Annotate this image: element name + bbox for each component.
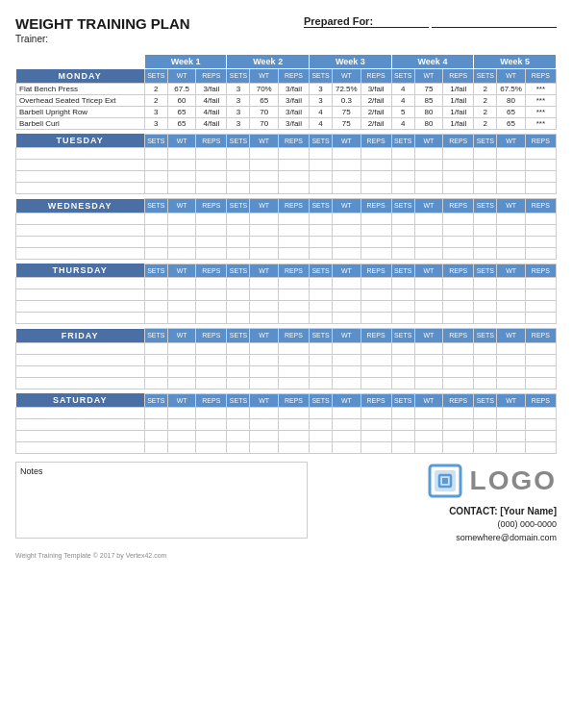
col-subhdr-wt: WT	[250, 393, 278, 408]
svg-rect-3	[442, 478, 448, 484]
cell-reps: 3/fail	[278, 117, 309, 129]
col-subhdr-sets: SETS	[391, 69, 414, 84]
empty-row	[16, 313, 557, 324]
cell-reps: ***	[525, 106, 556, 117]
col-subhdr-sets: SETS	[310, 199, 333, 213]
empty-row	[16, 183, 557, 194]
cell-wt: 67.5%	[497, 83, 525, 94]
col-subhdr-wt: WT	[167, 329, 195, 343]
exercise-name: Overhead Seated Tricep Ext	[16, 94, 145, 106]
contact-phone: (000) 000-0000	[449, 518, 557, 532]
col-subhdr-reps: REPS	[278, 69, 309, 84]
cell-wt: 65	[167, 117, 195, 129]
cell-reps: ***	[525, 83, 556, 94]
week1-header: Week 1	[144, 55, 227, 69]
cell-wt: 65	[497, 117, 525, 129]
col-subhdr-reps: REPS	[443, 69, 474, 84]
cell-sets: 4	[310, 117, 333, 129]
col-subhdr-reps: REPS	[278, 199, 309, 213]
logo-area: LOGO	[426, 462, 557, 500]
empty-row	[16, 289, 557, 301]
cell-sets: 4	[391, 117, 414, 129]
col-subhdr-sets: SETS	[144, 69, 167, 84]
cell-reps: 4/fail	[196, 117, 227, 129]
bottom-section: Notes LOGO CONTACT: [Your Name] (000) 00…	[15, 462, 557, 544]
col-subhdr-wt: WT	[497, 264, 525, 278]
col-subhdr-reps: REPS	[196, 69, 227, 84]
col-subhdr-wt: WT	[167, 199, 195, 213]
col-subhdr-reps: REPS	[525, 199, 556, 213]
col-subhdr-wt: WT	[167, 264, 195, 278]
day-label-monday: MONDAY	[16, 69, 145, 84]
col-subhdr-reps: REPS	[278, 134, 309, 148]
day-header-saturday: SATURDAYSETSWTREPSSETSWTREPSSETSWTREPSSE…	[16, 393, 557, 408]
cell-wt: 80	[414, 106, 442, 117]
cell-reps: 4/fail	[196, 94, 227, 106]
logo-text: LOGO	[470, 465, 557, 496]
day-label-wednesday: WEDNESDAY	[16, 199, 145, 213]
day-label-thursday: THURSDAY	[16, 264, 145, 278]
cell-sets: 5	[391, 106, 414, 117]
cell-reps: 3/fail	[361, 83, 391, 94]
col-subhdr-wt: WT	[414, 199, 442, 213]
col-subhdr-sets: SETS	[474, 199, 497, 213]
col-subhdr-sets: SETS	[310, 393, 333, 408]
day-header-monday: MONDAYSETSWTREPSSETSWTREPSSETSWTREPSSETS…	[16, 69, 557, 84]
cell-reps: 3/fail	[278, 106, 309, 117]
day-header-thursday: THURSDAYSETSWTREPSSETSWTREPSSETSWTREPSSE…	[16, 264, 557, 278]
page-title: WEIGHT TRAINING PLAN	[15, 15, 190, 32]
cell-wt: 65	[250, 94, 278, 106]
col-subhdr-reps: REPS	[443, 393, 474, 408]
empty-row	[16, 224, 557, 236]
empty-row	[16, 354, 557, 365]
empty-row	[16, 236, 557, 247]
cell-reps: 2/fail	[361, 117, 391, 129]
cell-sets: 3	[227, 117, 250, 129]
col-subhdr-wt: WT	[167, 393, 195, 408]
cell-sets: 3	[227, 94, 250, 106]
prepared-for: Prepared For:	[304, 15, 557, 28]
col-subhdr-sets: SETS	[310, 69, 333, 84]
col-subhdr-sets: SETS	[391, 264, 414, 278]
col-subhdr-sets: SETS	[391, 199, 414, 213]
col-subhdr-wt: WT	[414, 393, 442, 408]
cell-sets: 3	[144, 117, 167, 129]
col-subhdr-reps: REPS	[196, 264, 227, 278]
empty-row	[16, 213, 557, 224]
col-subhdr-reps: REPS	[525, 264, 556, 278]
col-subhdr-wt: WT	[167, 69, 195, 84]
col-subhdr-sets: SETS	[227, 134, 250, 148]
cell-sets: 3	[227, 106, 250, 117]
col-subhdr-reps: REPS	[196, 393, 227, 408]
col-subhdr-reps: REPS	[525, 393, 556, 408]
col-subhdr-reps: REPS	[361, 134, 391, 148]
col-subhdr-reps: REPS	[196, 329, 227, 343]
cell-wt: 70%	[250, 83, 278, 94]
day-label-friday: FRIDAY	[16, 329, 145, 343]
col-subhdr-reps: REPS	[443, 199, 474, 213]
cell-sets: 4	[310, 106, 333, 117]
col-subhdr-wt: WT	[250, 264, 278, 278]
cell-reps: 3/fail	[196, 83, 227, 94]
col-subhdr-reps: REPS	[443, 329, 474, 343]
col-subhdr-wt: WT	[414, 329, 442, 343]
week3-header: Week 3	[310, 55, 392, 69]
col-subhdr-reps: REPS	[361, 199, 391, 213]
logo-icon	[426, 462, 464, 500]
col-subhdr-wt: WT	[333, 69, 361, 84]
cell-wt: 65	[167, 106, 195, 117]
col-subhdr-reps: REPS	[443, 264, 474, 278]
exercise-row: Flat Bench Press267.53/fail370%3/fail372…	[16, 83, 557, 94]
col-subhdr-sets: SETS	[310, 134, 333, 148]
col-subhdr-reps: REPS	[361, 264, 391, 278]
cell-sets: 2	[144, 83, 167, 94]
cell-sets: 2	[474, 94, 497, 106]
contact-block: CONTACT: [Your Name] (000) 000-0000 some…	[449, 504, 557, 544]
col-subhdr-reps: REPS	[361, 393, 391, 408]
cell-wt: 72.5%	[333, 83, 361, 94]
cell-wt: 80	[497, 94, 525, 106]
cell-reps: ***	[525, 117, 556, 129]
cell-sets: 2	[144, 94, 167, 106]
col-subhdr-wt: WT	[250, 329, 278, 343]
exercise-name: Flat Bench Press	[16, 83, 145, 94]
